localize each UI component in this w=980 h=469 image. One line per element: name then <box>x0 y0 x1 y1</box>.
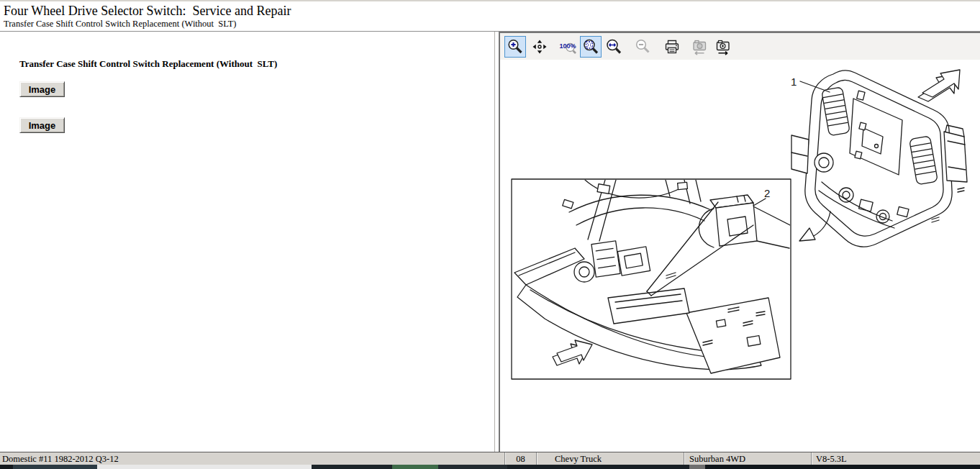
zoom-fit-width-icon <box>605 38 622 55</box>
taskbar-segment <box>13 465 97 469</box>
status-engine: V8-5.3L <box>811 452 980 465</box>
status-year: 08 <box>504 452 536 465</box>
zoom-in-button[interactable] <box>504 36 526 58</box>
status-coverage: Domestic #11 1982-2012 Q3-12 <box>0 452 504 465</box>
service-diagram: 1 <box>500 60 980 452</box>
taskbar-segment <box>705 465 980 469</box>
image-button-2[interactable]: Image <box>19 117 65 133</box>
taskbar-segment <box>507 465 689 469</box>
print-button[interactable] <box>661 36 683 58</box>
zoom-100-button[interactable]: 100% <box>557 36 579 58</box>
status-model: Suburban 4WD <box>684 452 811 465</box>
bezel-drawing <box>791 70 967 247</box>
zoom-out-icon <box>634 38 651 55</box>
svg-text:100%: 100% <box>560 42 576 50</box>
procedure-heading: Transfer Case Shift Control Switch Repla… <box>19 58 487 70</box>
print-icon <box>663 38 681 55</box>
procedure-panel: Transfer Case Shift Control Switch Repla… <box>0 32 495 452</box>
pan-icon <box>531 38 548 55</box>
callout-2: 2 <box>764 187 770 199</box>
zoom-fit-icon <box>582 38 599 55</box>
callout-1: 1 <box>791 76 797 88</box>
taskbar-segment <box>0 465 13 469</box>
previous-image-button[interactable] <box>689 36 710 58</box>
header: Four Wheel Drive Selector Switch: Servic… <box>0 0 980 32</box>
viewer-toolbar: 100% <box>500 33 980 60</box>
taskbar-segment <box>312 465 392 469</box>
page-title: Four Wheel Drive Selector Switch: Servic… <box>4 4 980 19</box>
taskbar-segment <box>392 465 438 469</box>
zoom-100-icon: 100% <box>559 38 576 55</box>
zoom-out-button[interactable] <box>632 36 653 58</box>
taskbar-segment <box>438 465 507 469</box>
pan-button[interactable] <box>529 36 550 58</box>
zoom-fit-width-button[interactable] <box>603 36 625 58</box>
remove-direction-arrow <box>918 70 960 101</box>
diagram-canvas[interactable]: 1 <box>500 60 980 452</box>
taskbar-segment <box>689 465 705 469</box>
taskbar-segment <box>97 465 312 469</box>
image-button-1[interactable]: Image <box>19 81 65 97</box>
callout-2-leader <box>753 199 766 206</box>
zoom-in-icon <box>507 38 524 55</box>
next-image-button[interactable] <box>712 36 734 58</box>
previous-image-icon <box>691 38 708 55</box>
detail-inset-box: 2 <box>512 179 791 379</box>
main-area: Transfer Case Shift Control Switch Repla… <box>0 32 980 452</box>
status-make: Chevy Truck <box>536 452 684 465</box>
next-image-icon <box>714 38 732 55</box>
app-window: Four Wheel Drive Selector Switch: Servic… <box>0 0 980 469</box>
taskbar-sliver[interactable] <box>0 465 980 469</box>
image-viewer-panel: 100% <box>499 32 980 452</box>
zoom-fit-button[interactable] <box>580 36 602 58</box>
status-bar: Domestic #11 1982-2012 Q3-12 08 Chevy Tr… <box>0 452 980 465</box>
page-subtitle: Transfer Case Shift Control Switch Repla… <box>4 19 980 29</box>
